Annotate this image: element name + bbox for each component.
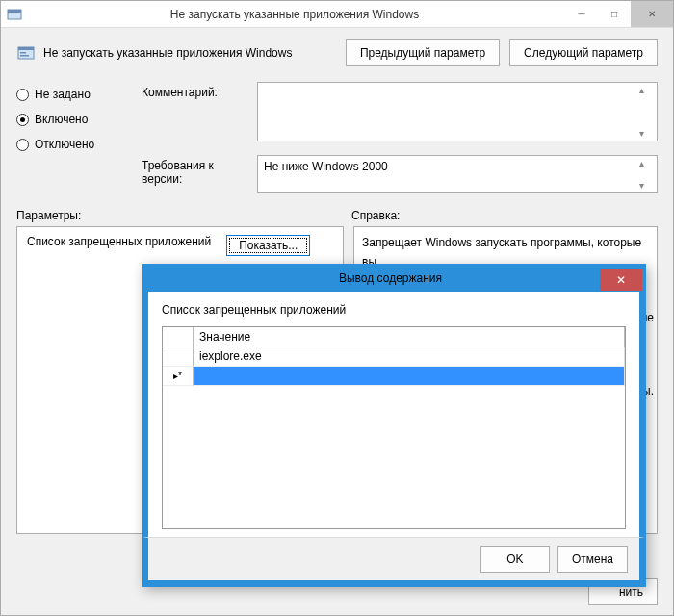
- maximize-button[interactable]: □: [598, 1, 631, 27]
- modal-heading: Список запрещенных приложений: [162, 303, 626, 317]
- row-indicator-new: ▸*: [163, 367, 194, 386]
- window-controls: ─ □ ✕: [565, 1, 673, 27]
- radio-label: Не задано: [35, 88, 91, 101]
- help-section-label: Справка:: [351, 209, 400, 222]
- close-button[interactable]: ✕: [631, 1, 673, 27]
- app-icon: [7, 7, 22, 22]
- values-grid[interactable]: Значение iexplore.exe ▸*: [162, 326, 626, 529]
- radio-icon: [16, 139, 29, 151]
- modal-close-button[interactable]: ✕: [600, 270, 642, 291]
- policy-icon: [16, 43, 36, 63]
- radio-label: Отключено: [35, 138, 94, 151]
- radio-not-configured[interactable]: Не задано: [16, 88, 122, 101]
- grid-cell-value[interactable]: iexplore.exe: [194, 347, 625, 367]
- header-row: Не запускать указанные приложения Window…: [1, 28, 673, 74]
- next-setting-button[interactable]: Следующий параметр: [509, 39, 658, 66]
- radio-label: Включено: [35, 113, 88, 126]
- grid-corner: [163, 327, 194, 347]
- row-indicator: [163, 347, 194, 367]
- grid-empty-area: [163, 386, 625, 528]
- show-list-button[interactable]: Показать...: [226, 235, 310, 256]
- scrollbar[interactable]: ▴▾: [639, 85, 655, 139]
- svg-rect-1: [8, 10, 21, 13]
- minimize-button[interactable]: ─: [565, 1, 598, 27]
- requirements-label: Требования к версии:: [142, 155, 247, 186]
- grid-cell-new[interactable]: [194, 367, 625, 386]
- modal-titlebar: Вывод содержания ✕: [143, 265, 645, 292]
- show-contents-dialog: Вывод содержания ✕ Список запрещенных пр…: [142, 264, 646, 587]
- radio-enabled[interactable]: Включено: [16, 113, 122, 126]
- new-row-icon: ▸*: [173, 371, 182, 381]
- requirements-value: Не ниже Windows 2000: [264, 160, 388, 173]
- comment-textarea[interactable]: ▴▾: [257, 82, 658, 141]
- radio-disabled[interactable]: Отключено: [16, 138, 122, 151]
- radio-icon: [16, 114, 29, 126]
- blocked-list-label: Список запрещенных приложений: [27, 235, 211, 248]
- header-label: Не запускать указанные приложения Window…: [43, 46, 346, 60]
- grid-row-new[interactable]: ▸*: [163, 367, 625, 386]
- comment-label: Комментарий:: [142, 82, 247, 99]
- modal-footer: OK Отмена: [143, 537, 645, 586]
- params-section-label: Параметры:: [16, 209, 351, 222]
- section-labels: Параметры: Справка:: [1, 201, 673, 226]
- svg-rect-4: [20, 52, 26, 54]
- fields-column: Комментарий: ▴▾ Требования к версии: Не …: [142, 82, 658, 193]
- requirements-box: Не ниже Windows 2000 ▴▾: [257, 155, 658, 193]
- titlebar: Не запускать указанные приложения Window…: [1, 1, 673, 28]
- body-area: Не задано Включено Отключено Комментарий…: [1, 74, 673, 201]
- window-title: Не запускать указанные приложения Window…: [24, 8, 565, 21]
- state-radio-group: Не задано Включено Отключено: [16, 82, 122, 193]
- svg-rect-5: [20, 55, 29, 57]
- svg-rect-3: [18, 47, 34, 50]
- modal-cancel-button[interactable]: Отмена: [557, 546, 628, 573]
- modal-ok-button[interactable]: OK: [480, 546, 550, 573]
- scrollbar[interactable]: ▴▾: [639, 158, 655, 191]
- grid-col-value: Значение: [194, 327, 625, 347]
- radio-icon: [16, 89, 29, 101]
- grid-header: Значение: [163, 327, 625, 347]
- previous-setting-button[interactable]: Предыдущий параметр: [346, 39, 500, 66]
- grid-row[interactable]: iexplore.exe: [163, 347, 625, 367]
- modal-title: Вывод содержания: [143, 271, 600, 285]
